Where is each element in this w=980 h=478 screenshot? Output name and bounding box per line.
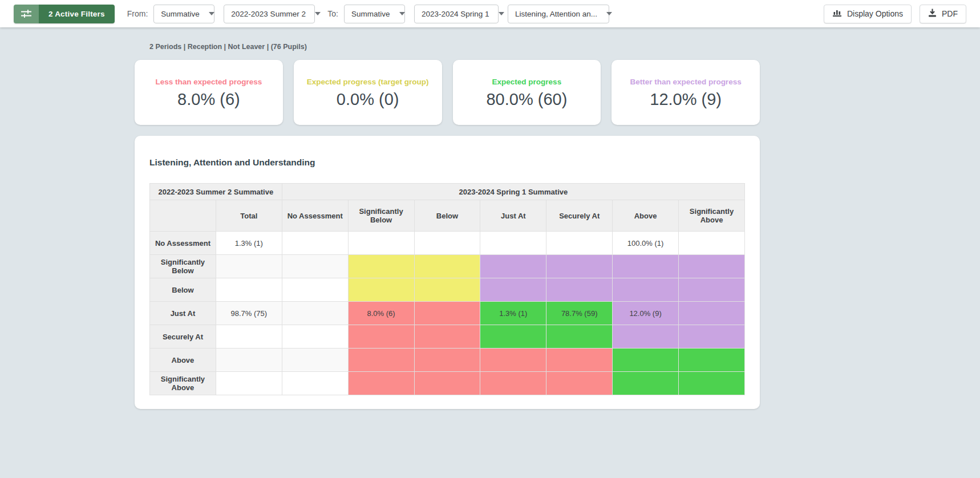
matrix-cell[interactable] xyxy=(679,232,745,255)
matrix-cell[interactable] xyxy=(613,278,679,302)
matrix-cell[interactable] xyxy=(546,232,613,255)
matrix-cell[interactable] xyxy=(414,349,480,372)
matrix-cell[interactable] xyxy=(282,372,348,395)
chevron-down-icon xyxy=(399,12,405,15)
matrix-row: Above xyxy=(150,349,745,372)
matrix-cell[interactable] xyxy=(480,278,546,302)
active-filters-label[interactable]: 2 Active Filters xyxy=(39,5,115,23)
to-type-value: Summative xyxy=(351,10,390,18)
summary-cards: Less than expected progress 8.0% (6) Exp… xyxy=(135,60,760,125)
from-type-dropdown[interactable]: Summative xyxy=(153,5,214,23)
matrix-cell[interactable] xyxy=(480,325,546,349)
matrix-cell[interactable] xyxy=(282,349,348,372)
matrix-cell[interactable]: 1.3% (1) xyxy=(480,302,546,325)
matrix-cell[interactable] xyxy=(613,372,679,395)
display-options-button[interactable]: Display Options xyxy=(824,5,912,23)
matrix-cell[interactable] xyxy=(546,325,613,349)
from-type-value: Summative xyxy=(161,10,200,18)
pdf-label: PDF xyxy=(942,9,958,18)
card-less-than-expected: Less than expected progress 8.0% (6) xyxy=(135,60,283,125)
matrix-cell[interactable] xyxy=(546,349,613,372)
matrix-cell[interactable] xyxy=(679,255,745,278)
matrix-cell[interactable] xyxy=(282,255,348,278)
matrix-cell[interactable] xyxy=(414,302,480,325)
matrix-cell[interactable] xyxy=(348,232,414,255)
total-cell[interactable] xyxy=(216,325,282,349)
matrix-cell[interactable] xyxy=(546,255,613,278)
matrix-group-header-row: 2022-2023 Summer 2 Summative 2023-2024 S… xyxy=(150,184,745,200)
row-header: Just At xyxy=(150,302,216,325)
matrix-cell[interactable] xyxy=(282,278,348,302)
row-header: Above xyxy=(150,349,216,372)
active-filters-button[interactable]: 2 Active Filters xyxy=(14,5,115,23)
column-header: Significantly Above xyxy=(679,200,745,232)
to-group-header: 2023-2024 Spring 1 Summative xyxy=(282,184,744,200)
card-value: 0.0% (0) xyxy=(294,90,442,109)
matrix-cell[interactable] xyxy=(679,302,745,325)
filter-sliders-icon[interactable] xyxy=(14,5,39,23)
matrix-cell[interactable] xyxy=(414,325,480,349)
column-header: Above xyxy=(613,200,679,232)
chevron-down-icon xyxy=(606,12,612,15)
matrix-title: Listening, Attention and Understanding xyxy=(149,157,745,168)
row-header: Significantly Above xyxy=(150,372,216,395)
from-period-dropdown[interactable]: 2022-2023 Summer 2 xyxy=(224,5,315,23)
matrix-column-header-row: Total No AssessmentSignificantly BelowBe… xyxy=(150,200,745,232)
column-header: Just At xyxy=(480,200,546,232)
matrix-cell[interactable] xyxy=(414,372,480,395)
matrix-cell[interactable] xyxy=(348,325,414,349)
matrix-row: Significantly Below xyxy=(150,255,745,278)
row-header: Securely At xyxy=(150,325,216,349)
download-icon xyxy=(928,9,937,19)
pdf-button[interactable]: PDF xyxy=(920,5,966,23)
matrix-cell[interactable] xyxy=(348,349,414,372)
card-value: 80.0% (60) xyxy=(453,90,601,109)
to-label: To: xyxy=(327,9,338,18)
total-cell[interactable] xyxy=(216,255,282,278)
total-cell[interactable] xyxy=(216,278,282,302)
matrix-cell[interactable]: 12.0% (9) xyxy=(613,302,679,325)
total-cell[interactable] xyxy=(216,372,282,395)
matrix-cell[interactable] xyxy=(480,349,546,372)
matrix-cell[interactable] xyxy=(613,349,679,372)
matrix-cell[interactable] xyxy=(480,372,546,395)
matrix-cell[interactable] xyxy=(414,278,480,302)
matrix-row: Securely At xyxy=(150,325,745,349)
matrix-cell[interactable]: 100.0% (1) xyxy=(613,232,679,255)
matrix-cell[interactable] xyxy=(613,325,679,349)
attribute-dropdown[interactable]: Listening, Attention an... xyxy=(508,5,609,23)
matrix-panel: Listening, Attention and Understanding 2… xyxy=(135,136,760,409)
matrix-cell[interactable]: 78.7% (59) xyxy=(546,302,613,325)
matrix-cell[interactable] xyxy=(679,349,745,372)
matrix-cell[interactable] xyxy=(679,278,745,302)
matrix-cell[interactable] xyxy=(679,372,745,395)
bar-chart-icon xyxy=(832,9,842,19)
matrix-cell[interactable] xyxy=(546,278,613,302)
column-header: Significantly Below xyxy=(348,200,414,232)
matrix-cell[interactable] xyxy=(414,255,480,278)
matrix-cell[interactable] xyxy=(348,372,414,395)
total-cell[interactable] xyxy=(216,349,282,372)
matrix-row: Significantly Above xyxy=(150,372,745,395)
matrix-cell[interactable] xyxy=(679,325,745,349)
matrix-cell[interactable] xyxy=(348,278,414,302)
total-cell[interactable]: 98.7% (75) xyxy=(216,302,282,325)
to-type-dropdown[interactable]: Summative xyxy=(344,5,405,23)
matrix-cell[interactable] xyxy=(613,255,679,278)
to-period-dropdown[interactable]: 2023-2024 Spring 1 xyxy=(414,5,499,23)
column-header: Below xyxy=(414,200,480,232)
matrix-cell[interactable] xyxy=(282,302,348,325)
matrix-cell[interactable] xyxy=(546,372,613,395)
matrix-cell[interactable] xyxy=(282,325,348,349)
card-title: Less than expected progress xyxy=(135,78,283,86)
matrix-cell[interactable] xyxy=(414,232,480,255)
matrix-cell[interactable] xyxy=(480,255,546,278)
matrix-cell[interactable] xyxy=(282,232,348,255)
total-cell[interactable]: 1.3% (1) xyxy=(216,232,282,255)
matrix-cell[interactable] xyxy=(348,255,414,278)
matrix-cell[interactable] xyxy=(480,232,546,255)
matrix-row: No Assessment1.3% (1)100.0% (1) xyxy=(150,232,745,255)
main-content: 2 Periods | Reception | Not Leaver | (76… xyxy=(135,43,760,409)
matrix-row: Just At98.7% (75)8.0% (6)1.3% (1)78.7% (… xyxy=(150,302,745,325)
matrix-cell[interactable]: 8.0% (6) xyxy=(348,302,414,325)
